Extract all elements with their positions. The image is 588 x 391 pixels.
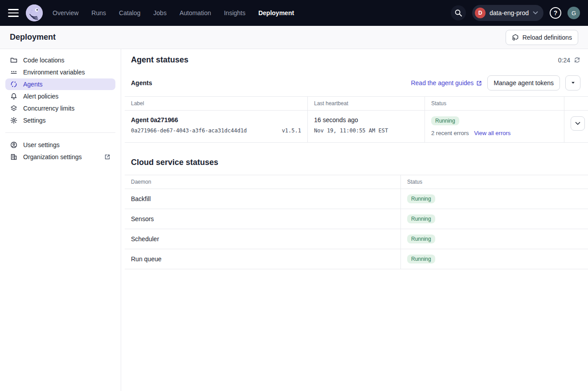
recent-errors-text: 2 recent errors	[431, 130, 469, 136]
user-avatar[interactable]: G	[568, 7, 580, 19]
layers-icon	[10, 105, 17, 112]
agent-icon	[10, 81, 17, 88]
sidebar-item-organization-settings[interactable]: Organization settings	[5, 151, 115, 163]
daemon-name: Sensors	[125, 209, 401, 229]
help-button[interactable]: ?	[550, 7, 561, 19]
nav-insights[interactable]: Insights	[224, 9, 245, 16]
sidebar-item-label: Settings	[23, 117, 110, 124]
agent-id: 0a271966-de67-4043-a3f6-aca31dc44d1d	[131, 128, 247, 134]
sidebar-item-label: Alert policies	[23, 93, 110, 100]
status-badge: Running	[431, 116, 459, 125]
agent-heartbeat-cell: 16 seconds ago Nov 19, 11:00:55 AM EST	[308, 111, 425, 143]
organization-icon	[10, 153, 17, 161]
chevron-down-icon	[575, 122, 580, 125]
agents-table-header: Label Last heartbeat Status	[125, 97, 588, 111]
agent-expand-cell	[564, 111, 588, 143]
sidebar-item-environment-variables[interactable]: Environment variables	[5, 66, 115, 78]
agent-label-cell: Agent 0a271966 0a271966-de67-4043-a3f6-a…	[125, 111, 308, 143]
agents-table: Label Last heartbeat Status Agent 0a2719…	[125, 96, 588, 143]
agents-label: Agents	[131, 79, 152, 86]
page-header: Deployment Reload definitions	[0, 26, 588, 49]
top-navigation-bar: Overview Runs Catalog Jobs Automation In…	[0, 0, 588, 26]
chevron-down-icon	[533, 11, 538, 15]
nav-catalog[interactable]: Catalog	[119, 9, 140, 16]
deployment-name: data-eng-prod	[490, 9, 529, 16]
agent-statuses-header: Agent statuses 0:24	[125, 55, 588, 65]
sidebar-item-user-settings[interactable]: User settings	[5, 139, 115, 151]
cloud-table-header: Daemon Status	[125, 175, 588, 189]
nav-overview[interactable]: Overview	[53, 9, 78, 16]
sidebar-item-label: Organization settings	[23, 153, 98, 161]
status-badge: Running	[407, 214, 435, 223]
daemon-row: Run queue Running	[125, 249, 588, 269]
caret-down-icon	[571, 82, 575, 84]
heartbeat-relative: 16 seconds ago	[314, 116, 418, 123]
agent-guides-link[interactable]: Read the agent guides	[411, 79, 482, 86]
agent-version: v1.5.1	[282, 128, 301, 134]
agent-row: Agent 0a271966 0a271966-de67-4043-a3f6-a…	[125, 111, 588, 143]
sidebar-item-settings[interactable]: Settings	[5, 115, 115, 126]
daemon-row: Sensors Running	[125, 209, 588, 229]
sidebar-item-label: User settings	[23, 141, 110, 148]
sidebar-item-label: Concurrency limits	[23, 105, 110, 112]
user-icon	[10, 141, 17, 148]
deployment-switcher[interactable]: D data-eng-prod	[472, 5, 543, 21]
view-all-errors-link[interactable]: View all errors	[474, 130, 510, 136]
nav-jobs[interactable]: Jobs	[153, 9, 167, 16]
daemon-row: Backfill Running	[125, 189, 588, 209]
external-link-icon	[476, 80, 482, 86]
status-badge: Running	[407, 194, 435, 203]
help-icon: ?	[554, 9, 558, 16]
daemon-status-cell: Running	[401, 189, 588, 209]
column-header-status: Status	[425, 97, 564, 111]
daemon-name: Run queue	[125, 249, 401, 269]
agent-name: Agent 0a271966	[131, 116, 301, 123]
deployment-initial-badge: D	[475, 8, 486, 18]
agent-status-cell: Running 2 recent errors View all errors	[425, 111, 564, 143]
cloud-statuses-title: Cloud service statuses	[131, 158, 218, 167]
main-content: Agent statuses 0:24 Agents Read the agen…	[121, 49, 588, 391]
agents-section-header: Agents Read the agent guides Manage agen…	[125, 75, 588, 91]
folder-icon	[10, 57, 17, 64]
column-header-daemon: Daemon	[125, 175, 401, 189]
sidebar-item-label: Environment variables	[23, 69, 110, 76]
sidebar-divider	[5, 132, 115, 133]
daemon-name: Scheduler	[125, 229, 401, 249]
nav-runs[interactable]: Runs	[91, 9, 106, 16]
page-title: Deployment	[10, 33, 56, 42]
bell-icon	[10, 93, 17, 100]
search-icon	[454, 9, 462, 17]
sidebar-item-agents[interactable]: Agents	[5, 78, 115, 90]
code-location-icon	[512, 34, 519, 41]
env-vars-icon	[10, 69, 17, 76]
primary-nav: Overview Runs Catalog Jobs Automation In…	[53, 9, 294, 16]
column-header-label: Label	[125, 97, 308, 111]
refresh-countdown: 0:24	[558, 57, 580, 64]
deployment-sidebar: Code locations Environment variables A	[0, 49, 121, 391]
refresh-icon[interactable]	[574, 57, 580, 63]
dagster-logo[interactable]	[26, 4, 43, 21]
column-header-status: Status	[401, 175, 588, 189]
reload-definitions-button[interactable]: Reload definitions	[506, 30, 578, 45]
sidebar-item-concurrency-limits[interactable]: Concurrency limits	[5, 103, 115, 114]
hamburger-menu-icon[interactable]	[8, 9, 19, 17]
agent-statuses-title: Agent statuses	[131, 55, 188, 65]
manage-agent-tokens-button[interactable]: Manage agent tokens	[487, 75, 560, 91]
sidebar-item-label: Code locations	[23, 57, 110, 64]
agent-expand-button[interactable]	[571, 116, 585, 131]
search-button[interactable]	[451, 5, 466, 21]
column-header-actions	[564, 97, 588, 111]
sidebar-item-alert-policies[interactable]: Alert policies	[5, 91, 115, 102]
nav-automation[interactable]: Automation	[180, 9, 211, 16]
agent-actions-dropdown-button[interactable]	[565, 75, 580, 91]
cloud-services-table: Daemon Status Backfill Running Sensors R…	[125, 175, 588, 269]
external-link-icon	[104, 154, 110, 160]
daemon-name: Backfill	[125, 189, 401, 209]
sidebar-item-label: Agents	[23, 81, 110, 88]
sidebar-item-code-locations[interactable]: Code locations	[5, 54, 115, 66]
nav-deployment[interactable]: Deployment	[258, 9, 294, 16]
status-badge: Running	[407, 255, 435, 263]
octopus-logo-icon	[26, 4, 43, 21]
cloud-statuses-header: Cloud service statuses	[125, 158, 588, 167]
daemon-status-cell: Running	[401, 249, 588, 269]
